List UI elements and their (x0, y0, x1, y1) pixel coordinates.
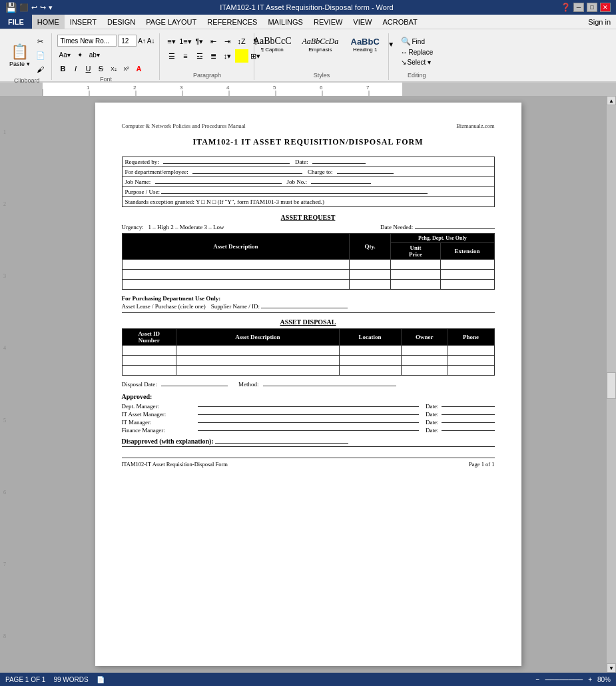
zoom-slider[interactable]: ──────── (545, 676, 583, 683)
justify-button[interactable]: ≣ (207, 49, 220, 63)
col-extension-header: Extension (440, 243, 494, 260)
col-phone-header: Phone (448, 329, 494, 346)
ruler: 1 2 3 4 5 6 7 (9, 83, 607, 96)
styles-row: AaBbCcC ¶ Caption AaBbCcDa Emphasis AaBb… (249, 35, 394, 54)
menu-view[interactable]: VIEW (348, 15, 377, 29)
style-emphasis[interactable]: AaBbCcDa Emphasis (298, 35, 343, 54)
align-center-button[interactable]: ≡ (179, 49, 192, 63)
numbering-button[interactable]: 1≡▾ (179, 35, 192, 48)
bold-button[interactable]: B (57, 63, 69, 75)
decrease-indent-button[interactable]: ⇤ (207, 35, 220, 48)
editing-buttons: 🔍 Find ↔ Replace ↘ Select ▾ (394, 35, 440, 68)
table-row (122, 260, 494, 270)
menu-file[interactable]: FILE (0, 15, 32, 29)
dept-manager-line (198, 406, 420, 407)
clear-format-button[interactable]: ✦ (73, 48, 87, 61)
dept-manager-date: Date: (426, 403, 495, 410)
align-right-button[interactable]: ☲ (193, 49, 206, 63)
menu-review[interactable]: REVIEW (308, 15, 348, 29)
find-button[interactable]: 🔍 Find (398, 36, 436, 47)
multilevel-button[interactable]: ¶▾ (193, 35, 206, 48)
style-heading1[interactable]: AaBbC Heading 1 (345, 35, 385, 54)
grow-font-button[interactable]: A↑ (138, 37, 146, 45)
select-button[interactable]: ↘ Select ▾ (398, 58, 436, 67)
replace-button[interactable]: ↔ Replace (398, 48, 436, 57)
zoom-out-button[interactable]: − (536, 676, 540, 683)
help-icon[interactable]: ❓ (561, 3, 571, 12)
font-color-button[interactable]: A (133, 63, 145, 75)
close-button[interactable]: ✕ (600, 3, 611, 12)
bullets-button[interactable]: ≡▾ (165, 35, 178, 48)
menu-design[interactable]: DESIGN (102, 15, 141, 29)
scroll-down-button[interactable]: ▼ (607, 663, 616, 673)
font-selector-row: Times New Ro... 12 A↑ A↓ (57, 35, 155, 47)
ruler-left-side (0, 83, 9, 96)
table-row (122, 356, 494, 366)
finance-manager-label: Finance Manager: (122, 427, 195, 434)
menu-sign-in[interactable]: Sign in (583, 15, 616, 29)
shading-button[interactable] (235, 49, 248, 63)
it-manager-date: Date: (426, 419, 495, 426)
dept-manager-label: Dept. Manager: (122, 403, 195, 410)
styles-group-label: Styles (314, 72, 330, 79)
asset-disposal-table: Asset IDNumber Asset Description Locatio… (122, 328, 495, 376)
style-normal[interactable]: AaBbCcC ¶ Caption (249, 35, 296, 54)
purchasing-bottom-line (122, 312, 495, 313)
format-painter-button[interactable]: 🖌 (34, 63, 47, 76)
font-group-label: Font (100, 76, 112, 83)
doc-check-icon[interactable]: 📄 (97, 676, 105, 683)
dept-use-header: Pchg. Dept. Use Only (391, 234, 494, 243)
highlight-button[interactable]: ab▾ (87, 48, 102, 61)
copy-button[interactable]: 📄 (34, 49, 47, 62)
increase-indent-button[interactable]: ⇥ (221, 35, 234, 48)
italic-button[interactable]: I (70, 63, 82, 75)
paste-button[interactable]: 📋 Paste ▾ (7, 42, 33, 69)
align-left-button[interactable]: ☰ (165, 49, 178, 63)
disposal-date-row: Disposal Date: Method: (122, 381, 495, 388)
editing-group-label: Editing (408, 72, 426, 79)
document-area: Computer & Network Policies and Procedur… (9, 96, 607, 673)
font-size-input[interactable]: 12 (118, 35, 137, 47)
subscript-button[interactable]: X₂ (108, 63, 120, 75)
finance-manager-row: Finance Manager: Date: (122, 427, 495, 434)
maximize-button[interactable]: □ (587, 3, 597, 12)
col-asset-id-header: Asset IDNumber (122, 329, 176, 346)
minimize-button[interactable]: ─ (573, 3, 584, 12)
zoom-in-button[interactable]: + (588, 676, 592, 683)
asset-request-table: Asset Description Qty. Pchg. Dept. Use O… (122, 233, 495, 290)
header-right: Bizmanualz.com (456, 123, 494, 129)
department-label: For department/employee: (125, 169, 302, 175)
sort-button[interactable]: ↕Z (235, 35, 248, 48)
dept-manager-row: Dept. Manager: Date: (122, 403, 495, 410)
menu-home[interactable]: HOME (32, 15, 65, 29)
menu-page-layout[interactable]: PAGE LAYOUT (141, 15, 202, 29)
supplier-label: Supplier Name / ID: (211, 303, 348, 310)
line-spacing-button[interactable]: ↕▾ (221, 49, 234, 63)
strikethrough-button[interactable]: S (95, 63, 107, 75)
shrink-font-button[interactable]: A↓ (147, 37, 155, 45)
change-case-button[interactable]: Aa▾ (57, 48, 73, 61)
cut-button[interactable]: ✂ (34, 35, 47, 48)
superscript-button[interactable]: X² (121, 63, 133, 75)
menu-acrobat[interactable]: ACROBAT (377, 15, 422, 29)
page: Computer & Network Policies and Procedur… (95, 103, 521, 666)
it-asset-manager-date: Date: (426, 411, 495, 418)
finance-manager-line (198, 430, 420, 431)
department-row: For department/employee: Charge to: (123, 167, 494, 177)
job-name-row: Job Name: Job No.: (123, 177, 494, 187)
menu-mailings[interactable]: MAILINGS (262, 15, 308, 29)
menu-insert[interactable]: INSERT (65, 15, 102, 29)
scrollbar[interactable]: ▲ ▼ (607, 96, 616, 673)
status-bar: PAGE 1 OF 1 99 WORDS 📄 − ──────── + 80% (0, 673, 616, 686)
it-asset-manager-label: IT Asset Manager: (122, 411, 195, 418)
font-name-input[interactable]: Times New Ro... (57, 35, 117, 47)
ribbon-clipboard-group: 📋 Paste ▾ ✂ 📄 🖌 Clipboard (3, 33, 52, 80)
col-description-header: Asset Description (122, 234, 350, 260)
svg-text:4: 4 (226, 85, 230, 91)
scroll-thumb[interactable] (607, 372, 616, 399)
ribbon-paragraph-group: ≡▾ 1≡▾ ¶▾ ⇤ ⇥ ↕Z ¶ ☰ ≡ ☲ ≣ ↕▾ ⊞▾ Paragra… (161, 33, 254, 80)
underline-button[interactable]: U (83, 63, 95, 75)
menu-references[interactable]: REFERENCES (202, 15, 262, 29)
ribbon-editing-group: 🔍 Find ↔ Replace ↘ Select ▾ Editing (390, 33, 444, 80)
scroll-up-button[interactable]: ▲ (607, 96, 616, 105)
